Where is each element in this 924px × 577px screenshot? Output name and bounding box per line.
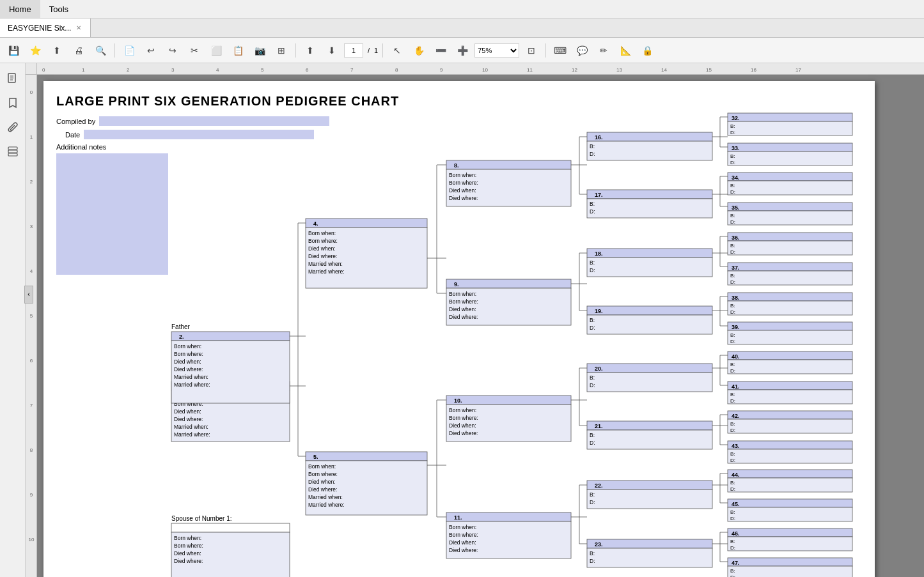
- svg-text:Died where:: Died where:: [308, 253, 337, 259]
- svg-text:D:: D:: [730, 516, 735, 521]
- sidebar-attachments-icon[interactable]: [3, 117, 23, 137]
- svg-text:5: 5: [30, 313, 33, 319]
- svg-text:20.: 20.: [595, 365, 603, 372]
- zoom-in-button[interactable]: ➕: [453, 42, 472, 59]
- svg-text:Married when:: Married when:: [174, 374, 208, 380]
- upload-button[interactable]: ⬆: [47, 42, 67, 59]
- svg-text:Born when:: Born when:: [449, 172, 476, 178]
- svg-text:17: 17: [795, 67, 801, 73]
- svg-rect-192: [728, 360, 852, 374]
- svg-text:D:: D:: [730, 368, 735, 374]
- save-button[interactable]: 💾: [4, 42, 23, 59]
- redo-button[interactable]: ↪: [163, 42, 182, 59]
- svg-text:D:: D:: [730, 427, 735, 433]
- tab-close-button[interactable]: ✕: [75, 23, 82, 33]
- menu-tools[interactable]: Tools: [40, 0, 77, 18]
- svg-text:Died when:: Died when:: [174, 358, 201, 365]
- svg-text:Born when:: Born when:: [449, 524, 476, 530]
- bookmark-button[interactable]: ⭐: [26, 42, 45, 59]
- svg-text:Born when:: Born when:: [174, 343, 201, 350]
- select-tool-button[interactable]: ↖: [388, 42, 407, 59]
- zoom-search-button[interactable]: 🔍: [91, 42, 110, 59]
- sidebar-collapse-button[interactable]: ‹: [24, 286, 33, 304]
- new-doc-button[interactable]: 📄: [120, 42, 139, 59]
- svg-rect-217: [728, 507, 852, 521]
- svg-rect-4: [8, 147, 17, 150]
- person-40: 40. B: D:: [728, 351, 852, 374]
- sidebar-pages-icon[interactable]: [3, 68, 23, 89]
- svg-rect-180: [728, 293, 852, 301]
- svg-text:D:: D:: [730, 219, 735, 225]
- svg-text:B:: B:: [730, 480, 735, 486]
- notes-box[interactable]: [56, 153, 168, 275]
- svg-text:D:: D:: [590, 151, 595, 157]
- svg-rect-160: [728, 173, 852, 181]
- svg-rect-122: [587, 258, 712, 277]
- svg-text:Born where:: Born where:: [449, 298, 478, 305]
- person-46: 46. B: D:: [728, 528, 852, 551]
- person-34: 34. B: D:: [728, 173, 852, 195]
- undo-button[interactable]: ↩: [141, 42, 161, 59]
- copy-button[interactable]: ⬜: [207, 42, 226, 59]
- combine-button[interactable]: ⊞: [272, 42, 291, 59]
- paste-button[interactable]: 📋: [228, 42, 247, 59]
- svg-text:D:: D:: [730, 309, 735, 315]
- svg-text:Died where:: Died where:: [174, 366, 203, 373]
- comment-button[interactable]: 💬: [572, 42, 591, 59]
- svg-text:D:: D:: [730, 486, 735, 492]
- svg-text:D:: D:: [730, 249, 735, 255]
- fit-page-button[interactable]: ⊡: [522, 42, 541, 59]
- svg-rect-187: [728, 330, 852, 344]
- measure-button[interactable]: 📐: [616, 42, 635, 59]
- svg-text:Born when:: Born when:: [449, 407, 476, 413]
- svg-rect-147: [587, 548, 712, 567]
- svg-text:Married when:: Married when:: [308, 261, 343, 267]
- person-32: 32. B: D:: [728, 113, 852, 135]
- svg-text:B:: B:: [590, 432, 595, 438]
- svg-text:D:: D:: [590, 267, 595, 273]
- sidebar-bookmarks-icon[interactable]: [3, 93, 23, 113]
- svg-text:Died when:: Died when:: [449, 306, 476, 312]
- svg-text:B:: B:: [590, 317, 595, 323]
- person-37: 37. B: D:: [728, 263, 852, 285]
- zoom-select[interactable]: 50% 75% 100% 125% 150%: [474, 43, 519, 58]
- svg-text:B:: B:: [730, 451, 735, 457]
- person-41: 41. B: D:: [728, 381, 852, 404]
- stamp-button[interactable]: 🔒: [638, 42, 657, 59]
- svg-text:9.: 9.: [454, 281, 459, 288]
- page-number-input[interactable]: [344, 43, 363, 58]
- svg-rect-205: [728, 441, 852, 449]
- svg-rect-130: [587, 364, 712, 373]
- content-area[interactable]: 0 1 2 3 4 5 6 7 8 9 10 11 12 13 14 15 16: [26, 63, 924, 577]
- svg-text:47.: 47.: [732, 560, 740, 566]
- zoom-out-button[interactable]: ➖: [431, 42, 450, 59]
- hand-tool-button[interactable]: ✋: [409, 42, 428, 59]
- svg-text:3: 3: [171, 67, 175, 73]
- compiled-by-label: Compiled by: [56, 118, 95, 125]
- svg-text:Married where:: Married where:: [308, 502, 345, 508]
- screenshot-button[interactable]: 📷: [250, 42, 269, 59]
- edit-button[interactable]: ✏: [594, 42, 613, 59]
- svg-text:B:: B:: [730, 539, 735, 544]
- person-11: 11. Born when: Born where: Died when: Di…: [446, 512, 571, 558]
- menu-home[interactable]: Home: [0, 0, 40, 18]
- person-21: 21. B: D:: [587, 421, 712, 449]
- person-2: 2. Born when: Born where: Died when: Die…: [171, 332, 290, 403]
- print-button[interactable]: 🖨: [69, 42, 88, 59]
- person-43: 43. B: D:: [728, 441, 852, 463]
- ruler-horizontal: 0 1 2 3 4 5 6 7 8 9 10 11 12 13 14 15 16: [37, 63, 924, 75]
- svg-text:Father: Father: [171, 323, 191, 330]
- person-5: 5. Born when: Born where: Died when: Die…: [306, 452, 427, 515]
- svg-text:4: 4: [216, 67, 219, 73]
- prev-page-button[interactable]: ⬆: [301, 42, 320, 59]
- cut-button[interactable]: ✂: [185, 42, 204, 59]
- svg-rect-182: [728, 301, 852, 315]
- svg-text:Died where:: Died where:: [449, 195, 478, 201]
- active-tab[interactable]: EASYGENIE Six... ✕: [0, 19, 91, 37]
- keyboard-button[interactable]: ⌨: [551, 42, 570, 59]
- svg-text:D:: D:: [730, 398, 735, 404]
- person-18: 18. B: D:: [587, 249, 712, 277]
- svg-text:Died where:: Died where:: [449, 430, 478, 436]
- sidebar-layers-icon[interactable]: [3, 141, 23, 162]
- next-page-button[interactable]: ⬇: [322, 42, 341, 59]
